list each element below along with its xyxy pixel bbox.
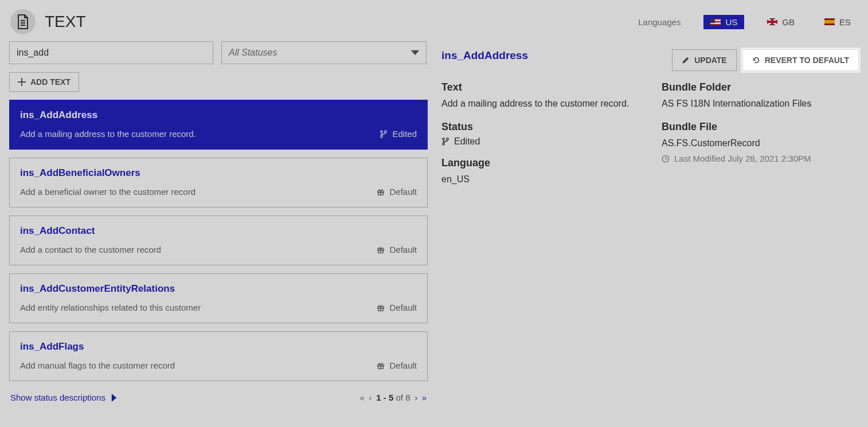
language-button-gb[interactable]: GB — [760, 15, 801, 29]
clock-icon — [662, 155, 670, 163]
svg-point-20 — [447, 138, 449, 140]
pager-prev-icon[interactable]: ‹ — [369, 393, 372, 402]
list-item-status: Default — [377, 187, 417, 197]
language-button-es[interactable]: ES — [818, 15, 858, 29]
gift-icon — [377, 304, 385, 312]
pager-next-icon[interactable]: › — [415, 393, 418, 402]
revert-label: REVERT TO DEFAULT — [765, 56, 849, 65]
branch-icon — [441, 138, 449, 146]
undo-icon — [752, 56, 760, 64]
list-item-status-text: Default — [389, 187, 417, 197]
list-item-text: Add a mailing address to the customer re… — [20, 129, 196, 139]
pager-last-icon[interactable]: » — [422, 393, 427, 402]
detail-language-value: en_US — [441, 173, 639, 186]
text-list-item[interactable]: ins_AddAddress Add a mailing address to … — [9, 100, 428, 150]
list-item-text: Add manual flags to the customer record — [20, 361, 175, 370]
gift-icon — [377, 188, 385, 196]
language-code: US — [725, 17, 737, 27]
detail-title: ins_AddAddress — [441, 49, 528, 62]
detail-status-value: Edited — [441, 136, 480, 147]
text-list-item[interactable]: ins_AddCustomerEntityRelations Add entit… — [9, 273, 428, 323]
add-text-label: ADD TEXT — [30, 77, 71, 87]
status-filter-select[interactable]: All Statuses — [221, 41, 427, 64]
list-item-status: Default — [377, 303, 417, 312]
list-item-status-text: Default — [389, 303, 417, 312]
show-status-descriptions-label: Show status descriptions — [10, 393, 105, 402]
flag-gb-icon — [767, 18, 777, 25]
list-item-status: Default — [377, 245, 417, 254]
list-item-text: Add a contact to the customer record — [20, 245, 161, 254]
language-code: GB — [782, 17, 795, 27]
caret-down-icon — [411, 49, 419, 57]
list-item-key: ins_AddCustomerEntityRelations — [20, 283, 417, 295]
list-item-text: Add entity relationships related to this… — [20, 303, 201, 312]
svg-point-19 — [443, 143, 445, 146]
svg-point-18 — [443, 138, 445, 140]
list-item-key: ins_AddContact — [20, 225, 417, 237]
add-text-button[interactable]: ADD TEXT — [9, 72, 79, 92]
detail-text-value: Add a mailing address to the customer re… — [441, 97, 639, 111]
svg-point-3 — [381, 130, 383, 132]
revert-to-default-button[interactable]: REVERT TO DEFAULT — [742, 49, 859, 71]
text-list-item[interactable]: ins_AddFlags Add manual flags to the cus… — [9, 331, 428, 381]
branch-icon — [380, 130, 388, 138]
list-item-text: Add a beneficial owner to the customer r… — [20, 187, 196, 197]
detail-text-heading: Text — [441, 81, 639, 93]
text-list-item[interactable]: ins_AddContact Add a contact to the cust… — [9, 216, 428, 265]
list-item-status-text: Edited — [392, 129, 417, 139]
gift-icon — [377, 246, 385, 254]
detail-last-modified: Last Modified July 28, 2021 2:30PM — [662, 154, 811, 163]
left-column: All Statuses ADD TEXT ins_AddAddress Add… — [9, 41, 428, 402]
svg-point-5 — [385, 130, 387, 132]
search-input[interactable] — [9, 41, 213, 64]
detail-last-modified-text: Last Modified July 28, 2021 2:30PM — [674, 154, 811, 163]
document-icon — [10, 9, 36, 34]
list-item-key: ins_AddFlags — [20, 341, 417, 352]
detail-bundle-folder-heading: Bundle Folder — [662, 81, 859, 93]
update-label: UPDATE — [694, 56, 727, 65]
language-code: ES — [839, 17, 851, 27]
detail-language-heading: Language — [441, 157, 639, 169]
pencil-icon — [682, 56, 690, 64]
list-item-status: Default — [377, 361, 417, 370]
pager-range: 1 - 5 of 8 — [376, 393, 410, 402]
language-button-us[interactable]: US — [703, 15, 744, 29]
detail-panel: ins_AddAddress UPDATE REVERT TO DEFAULT … — [441, 41, 859, 402]
detail-status-heading: Status — [441, 121, 639, 133]
list-item-status: Edited — [380, 129, 417, 139]
pager: « ‹ 1 - 5 of 8 › » — [360, 393, 427, 402]
gift-icon — [377, 362, 385, 370]
plus-icon — [18, 78, 26, 86]
page-header: TEXT Languages US GB ES — [0, 0, 868, 41]
list-item-status-text: Default — [389, 245, 417, 254]
page-title: TEXT — [45, 13, 86, 31]
pager-first-icon[interactable]: « — [360, 393, 365, 402]
svg-point-4 — [381, 135, 383, 138]
flag-es-icon — [824, 18, 835, 25]
status-filter-placeholder: All Statuses — [229, 48, 277, 58]
detail-bundle-folder-value: AS FS I18N Internationalization Files — [662, 97, 859, 111]
text-list-item[interactable]: ins_AddBeneficialOwners Add a beneficial… — [9, 158, 428, 207]
detail-bundle-file-heading: Bundle File — [662, 121, 859, 133]
languages-label: Languages — [638, 17, 681, 27]
list-item-key: ins_AddAddress — [20, 109, 417, 121]
list-item-key: ins_AddBeneficialOwners — [20, 167, 417, 179]
list-item-status-text: Default — [389, 361, 417, 370]
detail-bundle-file-value: AS.FS.CustomerRecord — [662, 136, 859, 150]
flag-us-icon — [710, 18, 721, 25]
detail-status-text: Edited — [454, 136, 480, 147]
caret-right-icon — [110, 394, 118, 402]
list-footer: Show status descriptions « ‹ 1 - 5 of 8 … — [9, 389, 428, 402]
update-button[interactable]: UPDATE — [672, 49, 737, 71]
show-status-descriptions-link[interactable]: Show status descriptions — [10, 393, 118, 402]
language-bar: Languages US GB ES — [638, 15, 858, 29]
